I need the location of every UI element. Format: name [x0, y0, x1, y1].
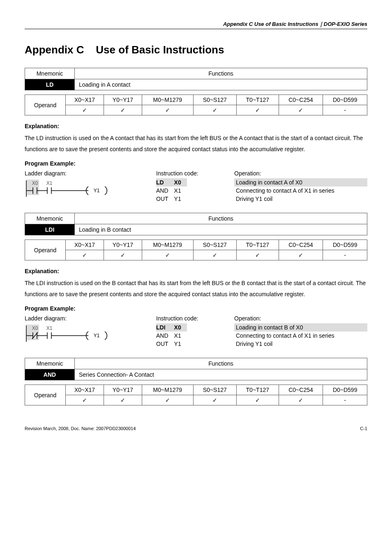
operand-header: C0~C254: [279, 240, 323, 250]
operation-row: Connecting to contact A of X1 in series: [234, 332, 367, 340]
svg-text:Y1: Y1: [94, 188, 100, 193]
ladder-diagram: X0 X1 Y1: [25, 178, 119, 199]
explanation-label: Explanation:: [25, 268, 367, 274]
ladder-diagram: X0 X1 Y1: [25, 323, 119, 344]
operand-cell: ✓: [279, 395, 323, 405]
operand-cell: ✓: [279, 105, 323, 115]
mnemonic-label: Mnemonic: [25, 358, 75, 369]
code-row: OUTY1: [156, 340, 187, 348]
operand-label: Operand: [25, 95, 66, 115]
functions-header: Functions: [75, 358, 367, 369]
ladder-title: Ladder diagram:: [25, 315, 152, 322]
operand-table: Operand X0~X17Y0~Y17M0~M1279S0~S127T0~T1…: [25, 240, 367, 260]
operand-table: Operand X0~X17Y0~Y17M0~M1279S0~S127T0~T1…: [25, 94, 367, 115]
mnemonic-table: Mnemonic Functions LD Loading in A conta…: [25, 68, 367, 90]
operand-header: C0~C254: [279, 95, 323, 105]
page-footer: Revision March, 2008, Doc. Name: 2007PDD…: [25, 426, 367, 431]
operand-cell: ✓: [236, 250, 279, 260]
operation-header: Operation:: [234, 170, 367, 177]
svg-text:X0: X0: [32, 325, 38, 331]
svg-text:X0: X0: [32, 180, 38, 186]
operand-header: T0~T127: [236, 385, 279, 395]
functions-header: Functions: [75, 213, 367, 224]
operand-cell: ✓: [66, 395, 104, 405]
operand-header: S0~S127: [193, 240, 236, 250]
operand-header: X0~X17: [66, 240, 104, 250]
footer-left: Revision March, 2008, Doc. Name: 2007PDD…: [25, 426, 136, 431]
mnemonic-function: Loading in B contact: [75, 224, 367, 235]
operand-cell: ✓: [193, 105, 236, 115]
functions-header: Functions: [75, 68, 367, 79]
operand-header: M0~M1279: [142, 385, 193, 395]
operand-header: M0~M1279: [142, 95, 193, 105]
operation-table: Loading in contact B of X0Connecting to …: [234, 323, 367, 348]
instruction-code-header: Instruction code:: [156, 315, 230, 322]
operand-header: X0~X17: [66, 95, 104, 105]
footer-right: C-1: [360, 426, 367, 431]
page-title: Appendix C Use of Basic Instructions: [25, 44, 367, 56]
operation-table: Loading in contact A of X0Connecting to …: [234, 178, 367, 203]
operand-header: T0~T127: [236, 240, 279, 250]
page-header: Appendix C Use of Basic Instructions｜DOP…: [25, 21, 367, 29]
operand-header: S0~S127: [193, 385, 236, 395]
operand-header: Y0~Y17: [104, 240, 142, 250]
operand-cell: ✓: [193, 395, 236, 405]
operation-header: Operation:: [234, 315, 367, 322]
mnemonic-label: Mnemonic: [25, 68, 75, 79]
code-row: OUTY1: [156, 195, 187, 203]
mnemonic-function: Series Connection- A Contact: [75, 369, 367, 380]
operand-cell: ✓: [236, 105, 279, 115]
program-example-label: Program Example:: [25, 160, 367, 167]
mnemonic-table: Mnemonic Functions LDI Loading in B cont…: [25, 213, 367, 235]
code-row: LDX0: [156, 178, 187, 187]
operand-header: S0~S127: [193, 95, 236, 105]
operand-cell: ✓: [142, 250, 193, 260]
operation-row: Loading in contact B of X0: [234, 323, 367, 332]
operand-header: D0~D599: [323, 385, 367, 395]
operand-cell: -: [323, 395, 367, 405]
operand-header: Y0~Y17: [104, 95, 142, 105]
mnemonic-code: LDI: [25, 224, 75, 235]
operand-cell: ✓: [279, 250, 323, 260]
operand-cell: ✓: [104, 250, 142, 260]
mnemonic-label: Mnemonic: [25, 213, 75, 224]
operand-cell: ✓: [142, 395, 193, 405]
code-row: ANDX1: [156, 332, 187, 340]
mnemonic-code: LD: [25, 79, 75, 90]
operand-label: Operand: [25, 385, 66, 405]
operand-header: Y0~Y17: [104, 385, 142, 395]
instruction-code-table: LDIX0ANDX1OUTY1: [156, 323, 187, 348]
operand-cell: ✓: [104, 105, 142, 115]
operand-cell: ✓: [236, 395, 279, 405]
operand-label: Operand: [25, 240, 66, 260]
mnemonic-function: Loading in A contact: [75, 79, 367, 90]
operand-cell: ✓: [193, 250, 236, 260]
operation-row: Driving Y1 coil: [234, 195, 367, 203]
operand-cell: ✓: [142, 105, 193, 115]
operation-row: Loading in contact A of X0: [234, 178, 367, 187]
explanation-text: The LD instruction is used on the A cont…: [25, 133, 367, 154]
svg-text:X1: X1: [46, 180, 53, 186]
operand-cell: -: [323, 250, 367, 260]
operand-cell: ✓: [66, 105, 104, 115]
instruction-code-table: LDX0ANDX1OUTY1: [156, 178, 187, 203]
operand-header: T0~T127: [236, 95, 279, 105]
operation-row: Driving Y1 coil: [234, 340, 367, 348]
mnemonic-table: Mnemonic Functions AND Series Connection…: [25, 358, 367, 380]
operand-header: D0~D599: [323, 240, 367, 250]
program-example-label: Program Example:: [25, 305, 367, 312]
operand-cell: ✓: [66, 250, 104, 260]
explanation-label: Explanation:: [25, 123, 367, 129]
instruction-code-header: Instruction code:: [156, 170, 230, 177]
operand-cell: ✓: [104, 395, 142, 405]
ladder-title: Ladder diagram:: [25, 170, 152, 177]
mnemonic-code: AND: [25, 369, 75, 380]
svg-text:Y1: Y1: [94, 333, 100, 339]
code-row: LDIX0: [156, 323, 187, 332]
explanation-text: The LDI instruction is used on the B con…: [25, 278, 367, 299]
operation-row: Connecting to contact A of X1 in series: [234, 187, 367, 195]
svg-text:X1: X1: [46, 325, 53, 331]
operand-header: X0~X17: [66, 385, 104, 395]
operand-cell: -: [323, 105, 367, 115]
operand-table: Operand X0~X17Y0~Y17M0~M1279S0~S127T0~T1…: [25, 385, 367, 405]
